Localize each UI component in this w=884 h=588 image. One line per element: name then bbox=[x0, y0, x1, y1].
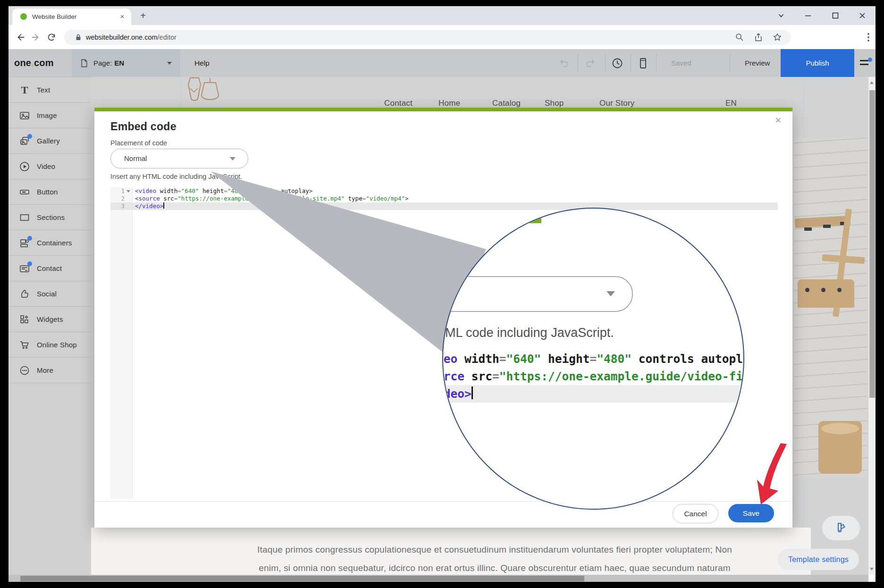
site-nav-contact[interactable]: Contact bbox=[384, 99, 413, 108]
thumbs-up-icon bbox=[19, 288, 30, 300]
browser-menu-kebab-icon[interactable] bbox=[864, 32, 873, 43]
site-nav-our-story[interactable]: Our Story bbox=[599, 99, 635, 108]
url-host: websitebuilder.one.com bbox=[86, 34, 158, 41]
browser-window: Website Builder × + we bbox=[8, 6, 876, 582]
text-cursor bbox=[163, 202, 164, 209]
scroll-down-icon[interactable] bbox=[870, 568, 874, 571]
shopping-cart-icon bbox=[19, 339, 30, 351]
zoom-search-icon[interactable] bbox=[734, 32, 745, 42]
magnified-hint: ML code including JavaScript. bbox=[445, 326, 614, 340]
text-cursor bbox=[471, 386, 473, 399]
share-icon[interactable] bbox=[753, 32, 764, 42]
site-body-text-line2: enim, si omnia non sequebatur, idcirco n… bbox=[188, 563, 801, 573]
vertical-scroll-thumb[interactable] bbox=[869, 90, 875, 398]
code-line-1[interactable]: 1 <video width="640" height="480" contro… bbox=[110, 187, 778, 195]
site-photo-brick-wall bbox=[794, 138, 867, 477]
back-icon[interactable] bbox=[14, 31, 26, 43]
history-clock-icon[interactable] bbox=[611, 57, 623, 69]
sidebar-item-containers[interactable]: Containers bbox=[8, 230, 91, 256]
editor-toolbar: one.com Page: EN Help Saved Preview Publ… bbox=[8, 49, 876, 77]
scroll-up-icon[interactable] bbox=[870, 81, 874, 84]
site-nav-language[interactable]: EN bbox=[725, 99, 737, 108]
site-logo-art bbox=[182, 77, 224, 110]
modal-close-icon[interactable]: × bbox=[775, 115, 781, 126]
site-body-text-line1: Itaque primos congressus copulationesque… bbox=[188, 545, 801, 555]
sections-icon bbox=[19, 212, 30, 223]
site-nav-home[interactable]: Home bbox=[438, 99, 460, 108]
sidebar-item-online-shop[interactable]: Online Shop bbox=[8, 332, 91, 358]
lock-icon bbox=[75, 34, 82, 41]
help-button[interactable]: Help bbox=[194, 49, 210, 77]
containers-icon bbox=[19, 237, 30, 249]
placement-value: Normal bbox=[124, 149, 147, 168]
redo-icon[interactable] bbox=[585, 57, 597, 69]
save-button[interactable]: Save bbox=[728, 504, 774, 522]
preview-button[interactable]: Preview bbox=[745, 49, 770, 77]
magnified-code-line-1: deo width="640" height="480" controls au… bbox=[442, 350, 744, 368]
more-ellipsis-icon bbox=[19, 365, 30, 376]
magnified-dropdown bbox=[442, 276, 633, 312]
button-icon bbox=[19, 186, 30, 198]
vertical-scrollbar[interactable] bbox=[868, 77, 876, 575]
sidebar-item-video[interactable]: Video bbox=[8, 154, 91, 179]
page-selector[interactable]: Page: EN bbox=[72, 49, 180, 77]
palette-swatch-icon bbox=[834, 521, 848, 535]
new-tab-button[interactable]: + bbox=[137, 9, 149, 22]
horizontal-scrollbar[interactable] bbox=[8, 575, 868, 582]
tab-search-chevron-icon[interactable] bbox=[775, 10, 787, 21]
notification-dot bbox=[27, 134, 32, 139]
page-selector-label: Page: bbox=[93, 59, 112, 67]
forward-icon[interactable] bbox=[30, 31, 42, 43]
undo-icon[interactable] bbox=[557, 57, 570, 69]
horizontal-scroll-thumb[interactable] bbox=[20, 576, 584, 581]
notification-dot bbox=[27, 236, 32, 241]
contact-icon bbox=[19, 263, 30, 274]
editor-menu-icon[interactable] bbox=[859, 57, 872, 69]
template-settings-button[interactable]: Template settings bbox=[778, 549, 859, 570]
sidebar-item-text[interactable]: T Text bbox=[8, 77, 91, 103]
magnifier-circle: e ML code including JavaScript. deo widt… bbox=[442, 208, 744, 510]
wood-hook-rack bbox=[798, 279, 854, 308]
placement-dropdown[interactable]: Normal bbox=[110, 149, 248, 168]
sidebar-item-button[interactable]: Button bbox=[8, 179, 91, 205]
close-window-icon[interactable] bbox=[857, 10, 868, 21]
sidebar-item-sections[interactable]: Sections bbox=[8, 205, 91, 230]
chevron-down-icon bbox=[167, 62, 172, 65]
code-line-3[interactable]: 3 </video> bbox=[110, 202, 778, 210]
screenshot-frame: Website Builder × + we bbox=[0, 0, 884, 588]
modal-accent-bar bbox=[94, 108, 792, 111]
url-omnibox[interactable]: websitebuilder.one.com/editor bbox=[64, 30, 791, 45]
mobile-preview-icon[interactable] bbox=[637, 57, 649, 69]
template-style-button[interactable] bbox=[822, 516, 860, 540]
sidebar-item-image[interactable]: Image bbox=[8, 103, 91, 128]
widgets-icon bbox=[19, 314, 30, 325]
placement-label: Placement of code bbox=[110, 139, 167, 147]
code-line-2[interactable]: 2 <source src="https://one-example.guide… bbox=[110, 195, 778, 202]
page-icon bbox=[79, 58, 89, 68]
site-nav-shop[interactable]: Shop bbox=[545, 99, 564, 108]
template-guide-left bbox=[180, 77, 181, 108]
fold-icon[interactable] bbox=[125, 187, 132, 195]
cancel-button[interactable]: Cancel bbox=[673, 504, 718, 523]
maximize-icon[interactable] bbox=[830, 10, 841, 21]
minimize-icon[interactable] bbox=[802, 10, 814, 21]
sidebar-item-widgets[interactable]: Widgets bbox=[8, 307, 91, 332]
url-bar-row: websitebuilder.one.com/editor bbox=[8, 25, 876, 49]
sidebar-item-more[interactable]: More bbox=[8, 358, 91, 383]
text-icon: T bbox=[19, 84, 30, 96]
bookmark-star-icon[interactable] bbox=[772, 32, 783, 42]
sidebar-item-social[interactable]: Social bbox=[8, 281, 91, 307]
reload-icon[interactable] bbox=[45, 31, 58, 43]
notification-dot bbox=[27, 261, 32, 266]
chevron-down-icon bbox=[230, 157, 236, 160]
publish-button[interactable]: Publish bbox=[781, 49, 854, 77]
url-path: /editor bbox=[158, 34, 177, 41]
site-nav-catalog[interactable]: Catalog bbox=[492, 99, 521, 108]
sidebar-item-gallery[interactable]: Gallery bbox=[8, 128, 91, 154]
sidebar-item-contact[interactable]: Contact bbox=[8, 256, 91, 281]
one-com-logo: one.com bbox=[14, 49, 54, 77]
notification-dot bbox=[868, 58, 872, 62]
tab-close-icon[interactable]: × bbox=[118, 12, 126, 21]
element-sidebar: T Text Image Gallery Video Bu bbox=[8, 77, 91, 575]
browser-tab[interactable]: Website Builder × bbox=[12, 8, 131, 25]
